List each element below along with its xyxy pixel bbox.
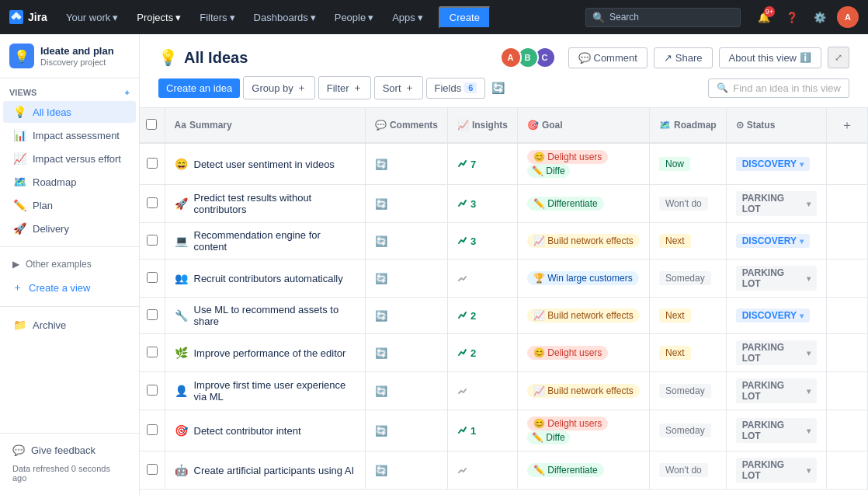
row-checkbox[interactable] (147, 272, 158, 283)
row-checkbox[interactable] (147, 347, 158, 357)
status-tag[interactable]: DISCOVERY ▾ (736, 157, 810, 171)
sidebar-item-plan[interactable]: ✏️ Plan (3, 194, 136, 216)
roadmap-cell: Won't do (650, 451, 727, 490)
sidebar-item-delivery[interactable]: 🚀 Delivery (3, 218, 136, 239)
goal-tag[interactable]: 📈 Build network effects (527, 384, 640, 398)
comment-button[interactable]: 💬 Comment (568, 47, 648, 68)
status-tag[interactable]: DISCOVERY ▾ (736, 309, 810, 322)
status-chevron-icon: ▾ (807, 387, 811, 396)
sort-button[interactable]: Sort ＋ (374, 76, 423, 99)
goal-tag[interactable]: 🏆 Win large customers (527, 271, 639, 285)
sidebar-item-archive[interactable]: 📁 Archive (3, 314, 136, 336)
idea-search[interactable]: 🔍 Find an idea in this view (708, 78, 849, 98)
user-avatar[interactable]: A (837, 6, 859, 28)
notifications-button[interactable]: 🔔 9+ (753, 6, 775, 28)
sidebar-item-create-view[interactable]: ＋ Create a view (3, 276, 136, 299)
app-logo[interactable]: Jira (9, 10, 47, 24)
row-checkbox[interactable] (147, 309, 158, 320)
summary-column-header[interactable]: Аа Summary (165, 108, 365, 143)
status-tag[interactable]: PARKING LOT ▾ (736, 340, 817, 365)
row-summary[interactable]: Detect user sentiment in videos (194, 159, 335, 170)
status-tag[interactable]: PARKING LOT ▾ (736, 191, 817, 216)
nav-dashboards[interactable]: Dashboards ▾ (248, 9, 322, 26)
roadmap-tag[interactable]: Someday (659, 271, 711, 285)
row-checkbox-cell (140, 410, 165, 451)
sync-button[interactable]: 🔄 (488, 78, 508, 97)
roadmap-tag[interactable]: Next (659, 234, 691, 248)
roadmap-tag[interactable]: Won't do (659, 197, 708, 211)
create-button[interactable]: Create (439, 6, 491, 29)
select-all-checkbox[interactable] (146, 119, 157, 130)
nav-projects[interactable]: Projects ▾ (130, 9, 187, 26)
status-tag[interactable]: PARKING LOT ▾ (736, 418, 817, 443)
row-summary[interactable]: Create artificial participants using AI (194, 465, 355, 476)
filter-button[interactable]: Filter ＋ (318, 76, 371, 99)
nav-your-work[interactable]: Your work ▾ (60, 9, 124, 26)
row-summary[interactable]: Improve first time user experience via M… (194, 379, 356, 403)
roadmap-tag[interactable]: Next (659, 309, 691, 322)
global-search[interactable]: 🔍 Search (585, 8, 741, 27)
group-by-button[interactable]: Group by ＋ (243, 76, 314, 99)
comments-cell: 🔄 (365, 298, 447, 334)
add-column-header[interactable]: ＋ (827, 108, 868, 143)
row-checkbox[interactable] (147, 424, 158, 435)
roadmap-tag[interactable]: Someday (659, 424, 711, 437)
insight-count: 1 (457, 425, 508, 437)
fields-button[interactable]: Fields 6 (426, 78, 486, 99)
row-checkbox[interactable] (147, 197, 158, 208)
sidebar-item-impact-assessment[interactable]: 📊 Impact assessment (3, 124, 136, 146)
help-button[interactable]: ❓ (781, 6, 803, 28)
comments-column-header[interactable]: 💬 Comments (365, 108, 447, 143)
row-summary[interactable]: Use ML to recommend assets to share (194, 304, 356, 327)
status-tag[interactable]: DISCOVERY ▾ (736, 234, 810, 248)
roadmap-tag[interactable]: Now (659, 157, 690, 171)
roadmap-cell: Someday (650, 410, 727, 451)
settings-button[interactable]: ⚙️ (809, 6, 831, 28)
goal-tag[interactable]: 📈 Build network effects (527, 309, 640, 322)
goal-column-header[interactable]: 🎯 Goal (517, 108, 649, 143)
sidebar-item-all-ideas[interactable]: 💡 All Ideas (3, 101, 136, 123)
status-tag[interactable]: PARKING LOT ▾ (736, 458, 817, 483)
add-view-icon[interactable]: + (125, 88, 130, 97)
create-idea-button[interactable]: Create an idea (158, 78, 240, 98)
status-column-header[interactable]: ⊙ Status (726, 108, 826, 143)
roadmap-column-header[interactable]: 🗺️ Roadmap (650, 108, 727, 143)
goal-tag[interactable]: 😊 Delight users (527, 150, 608, 164)
row-checkbox[interactable] (147, 158, 158, 169)
sidebar-item-other-examples[interactable]: ▶ Other examples (3, 254, 136, 274)
row-summary[interactable]: Improve performance of the editor (194, 347, 346, 359)
share-button[interactable]: ↗ Share (654, 47, 713, 68)
status-tag[interactable]: PARKING LOT ▾ (736, 266, 817, 291)
text-icon: Аа (175, 120, 187, 131)
row-summary[interactable]: Recommendation engine for content (194, 229, 356, 253)
roadmap-tag[interactable]: Next (659, 346, 691, 360)
summary-cell: 🌿 Improve performance of the editor (165, 334, 365, 372)
nav-people[interactable]: People ▾ (328, 9, 380, 26)
row-checkbox[interactable] (147, 235, 158, 246)
insights-column-header[interactable]: 📈 Insights (447, 108, 517, 143)
goal-tag[interactable]: 😊 Delight users (527, 417, 608, 431)
nav-apps[interactable]: Apps ▾ (386, 9, 429, 26)
row-summary[interactable]: Detect contributor intent (194, 425, 301, 437)
sidebar-item-impact-versus-effort[interactable]: 📈 Impact versus effort (3, 148, 136, 169)
row-summary[interactable]: Recruit contributors automatically (194, 273, 343, 284)
goal-tag[interactable]: ✏️ Differentiate (527, 197, 604, 211)
row-checkbox[interactable] (147, 464, 158, 475)
roadmap-tag[interactable]: Someday (659, 384, 711, 398)
add-column-button[interactable]: ＋ (836, 114, 858, 136)
row-checkbox[interactable] (147, 385, 158, 396)
select-all-header[interactable] (140, 108, 165, 143)
nav-filters[interactable]: Filters ▾ (193, 9, 241, 26)
about-view-button[interactable]: About this view ℹ️ (719, 47, 821, 68)
expand-button[interactable]: ⤢ (828, 47, 849, 68)
sidebar-item-roadmap[interactable]: 🗺️ Roadmap (3, 171, 136, 193)
summary-cell: 🔧 Use ML to recommend assets to share (165, 298, 365, 334)
goal-tag[interactable]: 😊 Delight users (527, 346, 608, 360)
row-summary[interactable]: Predict test results without contributor… (194, 192, 356, 215)
status-tag[interactable]: PARKING LOT ▾ (736, 378, 817, 403)
roadmap-tag[interactable]: Won't do (659, 463, 708, 477)
goal-cell: 😊 Delight users (517, 334, 649, 372)
goal-tag[interactable]: 📈 Build network effects (527, 234, 640, 248)
goal-tag[interactable]: ✏️ Differentiate (527, 463, 604, 477)
give-feedback-button[interactable]: 💬 Give feedback (3, 440, 136, 461)
